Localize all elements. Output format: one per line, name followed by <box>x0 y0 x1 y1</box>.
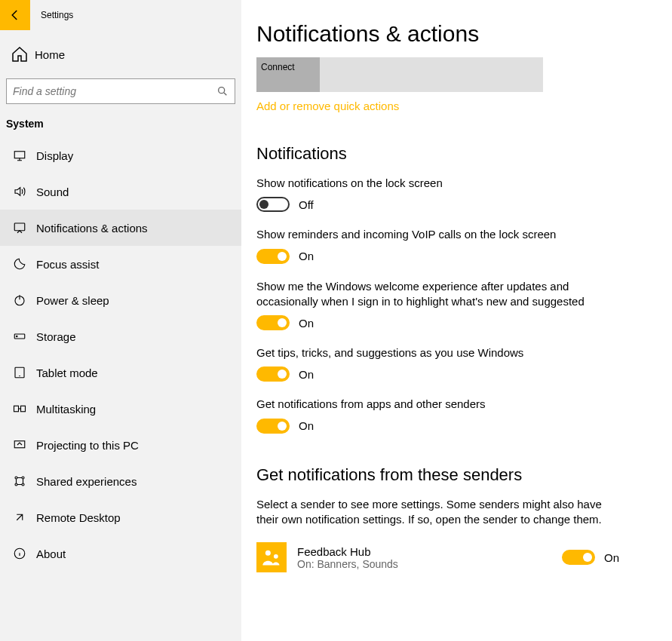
sender-toggle-wrap: On <box>562 550 619 565</box>
sidebar-item-label: Projecting to this PC <box>36 439 139 452</box>
svg-point-12 <box>15 483 17 486</box>
option-tips: Get tips, tricks, and suggestions as you… <box>256 345 634 382</box>
toggle-apps[interactable] <box>256 419 290 434</box>
sidebar-item-label: Shared experiences <box>36 475 137 488</box>
sidebar-item-label: Remote Desktop <box>36 511 121 524</box>
about-icon <box>11 547 29 560</box>
focus-assist-icon <box>11 257 29 271</box>
titlebar: Settings <box>0 0 241 30</box>
toggle-tips[interactable] <box>256 367 290 382</box>
option-lock-notifications: Show notifications on the lock screen Of… <box>256 176 634 212</box>
sidebar-item-label: Multitasking <box>36 403 96 416</box>
option-label: Show notifications on the lock screen <box>256 176 634 191</box>
sidebar-item-multitasking[interactable]: Multitasking <box>0 391 241 427</box>
sender-text: Feedback Hub On: Banners, Sounds <box>297 545 551 570</box>
sidebar-item-label: Notifications & actions <box>36 222 148 235</box>
add-remove-quick-actions-link[interactable]: Add or remove quick actions <box>256 100 399 112</box>
home-icon <box>11 45 29 63</box>
quick-action-label: Connect <box>261 62 295 72</box>
option-lock-voip: Show reminders and incoming VoIP calls o… <box>256 227 634 263</box>
toggle-state: On <box>604 551 619 564</box>
tablet-icon <box>11 366 29 379</box>
remote-desktop-icon <box>11 511 29 524</box>
sidebar-item-tablet-mode[interactable]: Tablet mode <box>0 354 241 391</box>
sidebar-item-display[interactable]: Display <box>0 137 241 173</box>
back-arrow-icon <box>8 8 22 22</box>
toggle-state: On <box>299 317 314 330</box>
sidebar-item-about[interactable]: About <box>0 535 241 572</box>
back-button[interactable] <box>0 0 30 30</box>
page-title: Notifications & actions <box>256 21 649 47</box>
svg-point-16 <box>274 554 278 559</box>
search-wrap <box>6 78 235 104</box>
sidebar-item-projecting[interactable]: Projecting to this PC <box>0 427 241 463</box>
svg-point-0 <box>219 87 225 94</box>
svg-point-13 <box>22 483 24 486</box>
sidebar-item-label: About <box>36 547 66 560</box>
option-apps: Get notifications from apps and other se… <box>256 397 634 433</box>
option-label: Get notifications from apps and other se… <box>256 397 634 412</box>
toggle-state: On <box>299 368 314 381</box>
svg-rect-9 <box>14 441 25 448</box>
toggle-state: On <box>299 419 314 432</box>
shared-icon <box>11 474 29 488</box>
search-box[interactable] <box>6 78 235 104</box>
svg-rect-8 <box>21 406 26 412</box>
sidebar: Settings Home System Display Sound Notif… <box>0 0 241 641</box>
sender-row-feedback-hub[interactable]: Feedback Hub On: Banners, Sounds On <box>256 542 649 572</box>
sidebar-item-label: Storage <box>36 330 76 343</box>
quick-actions-box: Connect <box>256 57 543 92</box>
toggle-lock-voip[interactable] <box>256 249 290 264</box>
option-welcome: Show me the Windows welcome experience a… <box>256 279 634 331</box>
display-icon <box>11 149 29 162</box>
option-label: Get tips, tricks, and suggestions as you… <box>256 345 634 360</box>
section-heading-notifications: Notifications <box>256 144 649 164</box>
toggle-lock-notifications[interactable] <box>256 197 290 212</box>
toggle-sender-feedback-hub[interactable] <box>562 550 595 565</box>
multitasking-icon <box>11 402 29 416</box>
sender-name: Feedback Hub <box>297 545 551 558</box>
search-input[interactable] <box>7 79 209 103</box>
svg-point-11 <box>22 477 24 479</box>
option-label: Show reminders and incoming VoIP calls o… <box>256 227 634 242</box>
sidebar-item-label: Power & sleep <box>36 294 109 307</box>
svg-point-15 <box>265 551 271 556</box>
senders-description: Select a sender to see more settings. So… <box>256 497 611 528</box>
sidebar-item-label: Focus assist <box>36 258 99 271</box>
svg-rect-2 <box>14 223 25 231</box>
projecting-icon <box>11 438 29 452</box>
option-label: Show me the Windows welcome experience a… <box>256 279 634 310</box>
content: Notifications & actions Connect Add or r… <box>241 0 672 641</box>
sound-icon <box>11 185 29 198</box>
svg-point-5 <box>17 336 18 337</box>
sidebar-item-notifications[interactable]: Notifications & actions <box>0 210 241 246</box>
power-icon <box>11 293 29 307</box>
toggle-state: On <box>299 250 314 262</box>
sidebar-item-power-sleep[interactable]: Power & sleep <box>0 282 241 318</box>
sidebar-item-label: Display <box>36 149 73 162</box>
quick-action-tile-connect[interactable]: Connect <box>256 57 320 92</box>
sidebar-item-sound[interactable]: Sound <box>0 173 241 210</box>
home-button[interactable]: Home <box>0 39 241 69</box>
notifications-icon <box>11 221 29 235</box>
section-heading-senders: Get notifications from these senders <box>256 465 649 485</box>
svg-rect-1 <box>14 152 25 158</box>
toggle-welcome[interactable] <box>256 315 290 330</box>
sidebar-item-shared-experiences[interactable]: Shared experiences <box>0 463 241 499</box>
search-icon <box>216 85 229 97</box>
window-title: Settings <box>41 10 73 20</box>
toggle-state: Off <box>299 198 314 211</box>
sidebar-section-label: System <box>0 118 241 130</box>
sidebar-item-label: Tablet mode <box>36 367 98 379</box>
sidebar-item-focus-assist[interactable]: Focus assist <box>0 246 241 282</box>
sender-subtitle: On: Banners, Sounds <box>297 558 551 570</box>
sidebar-nav: Display Sound Notifications & actions Fo… <box>0 137 241 572</box>
sidebar-item-label: Sound <box>36 186 69 198</box>
svg-rect-7 <box>14 406 19 412</box>
feedback-hub-icon <box>256 542 287 572</box>
storage-icon <box>11 330 29 343</box>
sidebar-item-remote-desktop[interactable]: Remote Desktop <box>0 499 241 535</box>
svg-point-10 <box>15 477 17 479</box>
sidebar-item-storage[interactable]: Storage <box>0 318 241 354</box>
home-label: Home <box>35 48 65 61</box>
